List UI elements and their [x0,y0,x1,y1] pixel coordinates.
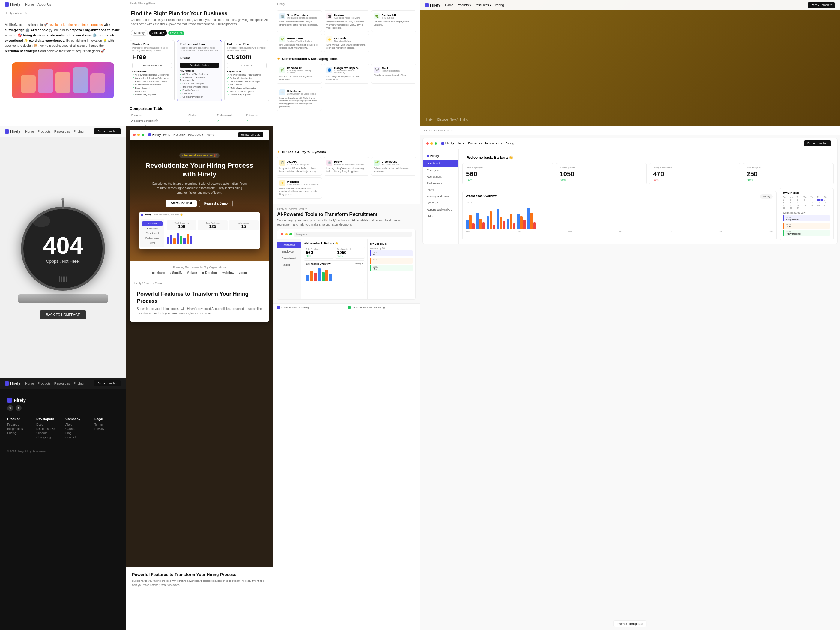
far-top-logo[interactable]: Hirefy [425,3,441,8]
integration-salesforce: ☁️ Salesforce CRM Solution for Sales Tea… [276,87,322,111]
hero-start-trial-btn[interactable]: Start Free Trial [166,200,197,207]
pricing-subtitle: Choose a plan that fits your recruitment… [131,18,268,27]
facebook-icon[interactable]: f [16,405,22,411]
footer-link-pricing[interactable]: Pricing [7,431,32,435]
hirefy-hr-icon: 🏢 [327,159,332,166]
sidebar-item-schedule[interactable]: Schedule [423,200,458,207]
integration-bamboohr-top: 🌿 BambooHR HR Solutions Connect BambooHR… [371,11,417,32]
feature-smart-resume: Smart Resume Screening [277,306,345,309]
remix-btn-footer[interactable]: Remix Template [93,381,121,386]
ai-sidebar-dashboard[interactable]: Dashboard [278,242,301,248]
far-top-logo-icon [425,3,429,8]
powering-section: Powering Recruitment for Top Organizatio… [129,261,269,279]
sidebar-item-reports[interactable]: Reports and Analyt... [423,207,458,213]
hero-remix-btn[interactable]: Remix Template [238,132,264,137]
greenhouse-hr-icon: 🌱 [374,159,380,166]
about-nav: Hirefy Home About Us [0,0,126,9]
dash-logo[interactable]: Hirefy [441,142,454,145]
footer-links-grid: Product Features Integrations Pricing De… [7,417,119,440]
sidebar-item-employee[interactable]: Employee [423,167,458,174]
sidebar-item-help[interactable]: Help [423,213,458,219]
partner-logos: coinbase ♪ Spotify # slack ◆ Dropbox web… [134,271,265,275]
back-to-home-button[interactable]: BACK TO HOMEPAGE [40,311,86,319]
smart-resume-icon [277,306,280,309]
features-bottom-title: Powerful Features to Transform Your Hiri… [132,572,267,577]
dashboard-sidebar: Hirefy Dashboard Employee Recruitment Pe… [423,149,459,244]
dash-remix-btn[interactable]: Remix Template [804,141,831,146]
about-nav-logo[interactable]: Hirefy [5,2,21,6]
jazzhr-icon: 🎵 [279,159,285,166]
table-row: AI Resume Screening ⓘ ✓ ✓ ✓ [129,118,269,124]
ai-sidebar-recruitment[interactable]: Recruitment [278,255,301,262]
footer-link-integrations[interactable]: Integrations [7,427,32,431]
about-breadcrumb: Hirefy / About Us [0,9,126,17]
footer-link-changelog[interactable]: Changelog [36,436,61,439]
ai-browser-mockup: hirefy.com Dashboard Employee Recruitmen… [277,229,416,300]
sidebar-item-dashboard[interactable]: Dashboard [423,160,458,167]
ai-tools-panel: ✦ HR Tools & Payroll Systems 🎵 JazzHR Ef… [273,147,420,630]
footer-link-support[interactable]: Support [36,431,61,435]
logo-slack: # slack [187,271,197,275]
hero-subtitle: Experience the future of recruitment wit… [152,182,248,195]
pricing-header: Find the Right Plan for Your Business Ch… [126,7,273,28]
crm-grid: ☁️ Salesforce CRM Solution for Sales Tea… [273,87,420,114]
footer-link-discord[interactable]: Discord server [36,427,61,431]
integration-bamboohr-comm: 🌿 BambooHR ABS Integration for Hiring Su… [276,64,322,84]
integration-slack: 💬 Slack Team Collaboration Simplify comm… [371,64,417,84]
tab-annually[interactable]: Annually [149,30,167,36]
today-badge[interactable]: Today [760,194,773,199]
salesforce-icon: ☁️ [279,89,285,95]
sidebar-item-payroll[interactable]: Payroll [423,186,458,193]
far-top-remix-btn[interactable]: Remix Template [808,2,835,8]
plan-enterprise: Enterprise Plan For large organizations … [224,40,269,101]
footer-link-careers[interactable]: Careers [65,427,90,431]
sidebar-item-recruitment[interactable]: Recruitment [423,174,458,180]
plan-professional: Professional Plan Ideal for growing team… [177,40,222,101]
enterprise-cta[interactable]: Contact us [227,63,267,68]
footer-col-legal: Legal Terms Privacy [95,417,119,440]
features-subtitle: Supercharge your hiring process with Hir… [137,306,262,316]
twitter-icon[interactable]: 𝕏 [7,405,13,411]
hr-jazzhr: 🎵 JazzHR Efficient Talent Acquisition In… [276,157,322,175]
sidebar-employee[interactable]: Employee [142,226,163,231]
404-nav-logo[interactable]: Hirefy [5,129,21,134]
footer-link-terms[interactable]: Terms [95,423,119,426]
pro-cta[interactable]: Get started for free [180,63,219,68]
sidebar-item-training[interactable]: Training and Deve... [423,193,458,200]
features-section: Powerful Features to Transform Your Hiri… [129,285,269,322]
footer-link-privacy[interactable]: Privacy [95,427,119,431]
starter-cta[interactable]: Get started for free [132,63,172,68]
hero-nav-logo[interactable]: Hirefy [148,133,161,136]
dashboard-chrome: Hirefy Home Products ▾ Resources ▾ Prici… [423,138,837,149]
sidebar-dashboard[interactable]: Dashboard [142,221,163,226]
sidebar-item-performance[interactable]: Performance [423,180,458,186]
sidebar-payroll[interactable]: Payroll [142,241,163,245]
kpi-applicant: Total Applicant 1050 +10% [556,163,647,185]
far-top-nav: Hirefy Home Products ▾ Resources ▾ Prici… [420,0,840,11]
tab-monthly[interactable]: Monthly [131,30,148,36]
preview-content: Total Employee 150 Total Applicant 125 A… [167,219,259,247]
footer-copyright: © 2024 Hirefy. All rights reserved. [7,446,119,453]
sidebar-performance[interactable]: Performance [142,236,163,240]
slack-icon: 💬 [374,66,380,73]
remix-template-label[interactable]: Remix Template [614,621,646,627]
ai-sidebar-payroll[interactable]: Payroll [278,262,301,268]
bar-group-5 [507,214,515,229]
hero-demo-btn[interactable]: Request a Demo [199,200,233,207]
plan-starter: Starter Plan Perfect for small teams loo… [129,40,175,101]
hirefy-logo-404 [5,129,9,134]
ai-mini-chart [306,267,363,281]
footer-nav-logo[interactable]: Hirefy [5,381,21,385]
workable-hr-icon: ⚡ [279,180,285,186]
hero-panel: Hirefy Home Products ▾ Resources ▾ Prici… [126,126,273,630]
kpi-employee: Total Employee 560 +10% [462,163,554,185]
footer-link-features[interactable]: Features [7,423,32,426]
footer-link-blog[interactable]: Blog [65,431,90,435]
ai-sidebar-employee[interactable]: Employee [278,248,301,255]
footer-link-contact[interactable]: Contact [65,436,90,439]
footer-link-docs[interactable]: Docs [36,423,61,426]
footer-link-about[interactable]: About [65,423,90,426]
ai-browser-chrome: hirefy.com [278,229,415,239]
remix-btn-404[interactable]: Remix Template [93,128,121,134]
sidebar-recruitment[interactable]: Recruitment [142,231,163,235]
